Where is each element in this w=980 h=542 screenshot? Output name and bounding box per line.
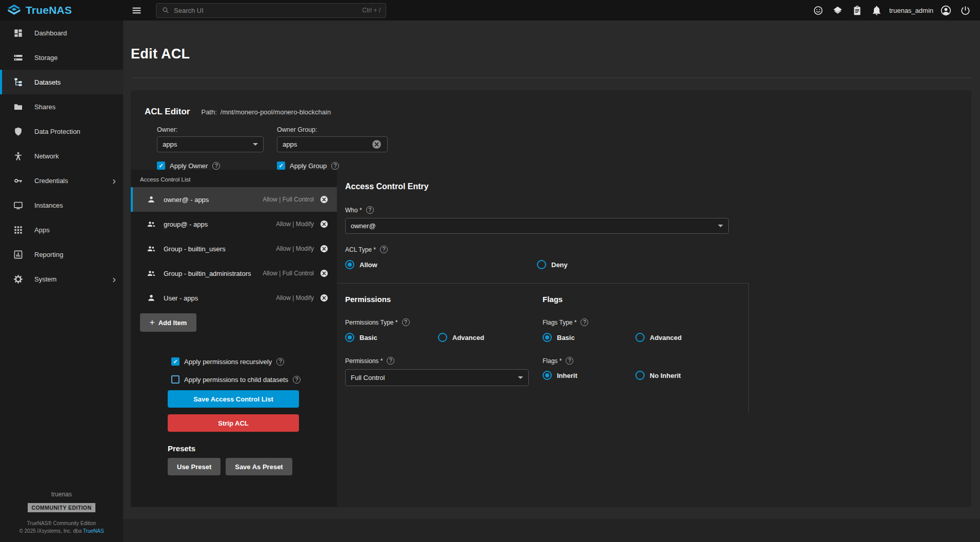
apply-group-label: Apply Group <box>290 162 327 170</box>
notifications-button[interactable] <box>868 2 885 19</box>
remove-entry-icon[interactable] <box>319 269 329 278</box>
permissions-type-basic-radio[interactable]: Basic <box>345 333 438 342</box>
clear-input-icon[interactable] <box>371 139 382 150</box>
apply-owner-row: Apply Owner <box>157 162 264 170</box>
copyright-brand-link[interactable]: TrueNAS <box>83 528 104 534</box>
deny-radio[interactable]: Deny <box>537 260 568 269</box>
apply-recursively-checkbox[interactable] <box>171 357 179 366</box>
help-icon[interactable] <box>212 162 220 170</box>
who-select[interactable]: owner@ <box>345 218 729 234</box>
acl-entry-who: Group - builtin_users <box>164 245 226 253</box>
feedback-button[interactable] <box>810 2 827 19</box>
remove-entry-icon[interactable] <box>319 244 329 253</box>
help-icon[interactable] <box>293 376 301 384</box>
flags-type-advanced-radio[interactable]: Advanced <box>635 333 682 342</box>
chevron-right-icon <box>112 274 116 285</box>
allow-radio[interactable]: Allow <box>345 260 537 269</box>
permissions-select[interactable]: Full Control <box>345 369 529 386</box>
sidebar-item-apps[interactable]: Apps <box>0 217 123 242</box>
acl-editor-header: ACL Editor Path: /mnt/monero-pool/monero… <box>131 90 971 170</box>
apply-owner-checkbox[interactable] <box>157 162 165 170</box>
radio-selected-icon <box>543 333 552 342</box>
power-button[interactable] <box>957 2 974 19</box>
help-icon[interactable] <box>331 162 339 170</box>
person-icon <box>147 195 156 204</box>
owner-select[interactable]: apps <box>157 136 264 152</box>
sidebar-item-credentials[interactable]: Credentials <box>0 168 123 193</box>
sidebar-item-storage[interactable]: Storage <box>0 45 123 70</box>
sidebar-item-instances[interactable]: Instances <box>0 193 123 217</box>
sidebar-toggle-button[interactable] <box>126 0 147 21</box>
copyright-prefix: © 2025 iXsystems, Inc. dba <box>19 528 83 534</box>
save-acl-button[interactable]: Save Access Control List <box>168 390 299 408</box>
child-datasets-row: Apply permissions to child datasets <box>171 375 337 384</box>
sidebar-item-data-protection[interactable]: Data Protection <box>0 119 123 144</box>
sidebar-item-label: Credentials <box>34 177 68 185</box>
smiley-icon <box>813 5 824 16</box>
search-icon <box>162 6 170 14</box>
radio-selected-icon <box>345 260 354 269</box>
help-icon[interactable] <box>581 318 588 326</box>
acl-entry-permission: Allow | Modify <box>276 294 314 302</box>
radio-unselected-icon <box>537 260 546 269</box>
apply-to-child-datasets-checkbox[interactable] <box>171 375 179 384</box>
bar-chart-icon <box>13 250 23 259</box>
help-icon[interactable] <box>387 357 394 365</box>
permissions-title: Permissions <box>345 295 543 304</box>
acl-entry-row[interactable]: Group - builtin_users Allow | Modify <box>131 236 337 261</box>
owner-group-value: apps <box>283 140 297 148</box>
deny-label: Deny <box>551 261 568 269</box>
apply-group-checkbox[interactable] <box>277 162 285 170</box>
tasks-button[interactable] <box>849 2 866 19</box>
remove-entry-icon[interactable] <box>319 219 329 229</box>
save-as-preset-button[interactable]: Save As Preset <box>226 458 292 475</box>
owner-value: apps <box>163 140 177 148</box>
remove-entry-icon[interactable] <box>319 293 329 303</box>
help-icon[interactable] <box>366 206 374 214</box>
chevron-down-icon <box>518 376 523 379</box>
use-preset-button[interactable]: Use Preset <box>168 458 221 475</box>
help-icon[interactable] <box>402 318 410 326</box>
global-search[interactable]: Ctrl + / <box>156 3 386 18</box>
user-menu-button[interactable] <box>937 2 954 19</box>
jobs-button[interactable] <box>829 2 846 19</box>
acl-entry-row[interactable]: group@ - apps Allow | Modify <box>131 212 337 236</box>
presets-title: Presets <box>168 444 337 453</box>
acl-entry-row[interactable]: User - apps Allow | Modify <box>131 286 337 310</box>
brand-area[interactable]: TrueNAS <box>0 4 123 16</box>
search-shortcut-hint: Ctrl + / <box>362 7 381 14</box>
no-inherit-radio[interactable]: No Inherit <box>635 371 681 380</box>
strip-acl-button[interactable]: Strip ACL <box>168 414 299 432</box>
bottom-band <box>123 519 980 542</box>
flags-title: Flags <box>543 295 748 304</box>
help-icon[interactable] <box>276 358 284 366</box>
sidebar-item-system[interactable]: System <box>0 267 123 291</box>
sidebar-item-shares[interactable]: Shares <box>0 94 123 119</box>
acl-entry-who: group@ - apps <box>164 220 208 228</box>
inherit-radio[interactable]: Inherit <box>543 371 635 380</box>
help-icon[interactable] <box>380 246 388 253</box>
radio-selected-icon <box>543 371 552 380</box>
acl-entry-row[interactable]: owner@ - apps Allow | Full Control <box>131 187 337 212</box>
person-icon <box>147 293 156 303</box>
permissions-type-advanced-radio[interactable]: Advanced <box>438 333 484 342</box>
monitor-icon <box>13 200 23 210</box>
sidebar-item-network[interactable]: Network <box>0 144 123 168</box>
help-icon[interactable] <box>566 357 573 365</box>
owner-group-field[interactable]: apps <box>277 136 388 152</box>
edition-badge: COMMUNITY EDITION <box>28 503 96 512</box>
sidebar-item-dashboard[interactable]: Dashboard <box>0 21 123 45</box>
acl-entry-permission: Allow | Modify <box>276 245 314 252</box>
main-content: Edit ACL ACL Editor Path: /mnt/monero-po… <box>123 21 980 542</box>
add-item-button[interactable]: Add Item <box>140 313 196 332</box>
search-input[interactable] <box>174 7 358 14</box>
permissions-label: Permissions * <box>345 357 383 365</box>
group-icon <box>147 219 156 229</box>
remove-entry-icon[interactable] <box>319 195 329 204</box>
acl-entry-row[interactable]: Group - builtin_administrators Allow | F… <box>131 261 337 286</box>
path-value: /mnt/monero-pool/monero-blockchain <box>221 108 331 116</box>
sidebar-item-reporting[interactable]: Reporting <box>0 242 123 267</box>
shield-icon <box>13 127 23 136</box>
flags-type-basic-radio[interactable]: Basic <box>543 333 635 342</box>
sidebar-item-datasets[interactable]: Datasets <box>0 70 123 94</box>
